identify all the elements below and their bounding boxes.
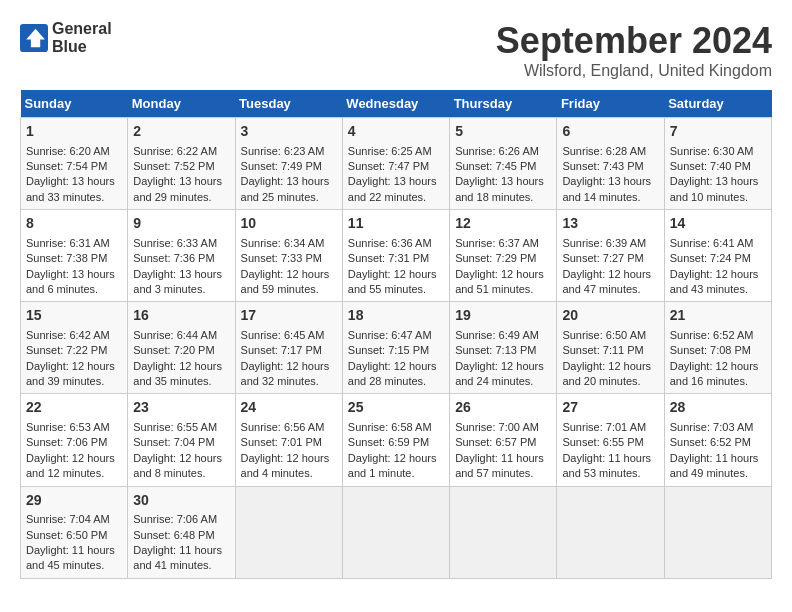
- day-number: 3: [241, 122, 337, 142]
- day-info-line: Sunset: 7:11 PM: [562, 343, 658, 358]
- day-info-line: Daylight: 12 hours: [241, 451, 337, 466]
- logo-icon: [20, 24, 48, 52]
- day-info-line: Sunset: 7:31 PM: [348, 251, 444, 266]
- day-info-line: Sunrise: 6:30 AM: [670, 144, 766, 159]
- calendar-cell: [450, 486, 557, 578]
- day-info-line: Sunset: 7:04 PM: [133, 435, 229, 450]
- calendar-cell: 24Sunrise: 6:56 AMSunset: 7:01 PMDayligh…: [235, 394, 342, 486]
- day-info-line: Daylight: 11 hours: [26, 543, 122, 558]
- day-info-line: Daylight: 12 hours: [348, 359, 444, 374]
- day-info-line: Daylight: 13 hours: [26, 174, 122, 189]
- day-number: 12: [455, 214, 551, 234]
- day-info-line: Sunrise: 6:47 AM: [348, 328, 444, 343]
- day-number: 11: [348, 214, 444, 234]
- day-info-line: Sunrise: 6:50 AM: [562, 328, 658, 343]
- calendar-cell: 23Sunrise: 6:55 AMSunset: 7:04 PMDayligh…: [128, 394, 235, 486]
- day-number: 8: [26, 214, 122, 234]
- calendar-cell: 13Sunrise: 6:39 AMSunset: 7:27 PMDayligh…: [557, 210, 664, 302]
- day-info-line: Sunset: 6:57 PM: [455, 435, 551, 450]
- day-info-line: Sunrise: 6:56 AM: [241, 420, 337, 435]
- day-info-line: Sunrise: 6:58 AM: [348, 420, 444, 435]
- header-cell-friday: Friday: [557, 90, 664, 118]
- calendar-cell: 7Sunrise: 6:30 AMSunset: 7:40 PMDaylight…: [664, 118, 771, 210]
- day-number: 22: [26, 398, 122, 418]
- calendar-cell: 10Sunrise: 6:34 AMSunset: 7:33 PMDayligh…: [235, 210, 342, 302]
- day-info-line: Daylight: 12 hours: [241, 359, 337, 374]
- day-info-line: Sunset: 7:49 PM: [241, 159, 337, 174]
- calendar-cell: 21Sunrise: 6:52 AMSunset: 7:08 PMDayligh…: [664, 302, 771, 394]
- day-info-line: and 29 minutes.: [133, 190, 229, 205]
- day-info-line: Daylight: 12 hours: [133, 359, 229, 374]
- day-info-line: Sunset: 7:15 PM: [348, 343, 444, 358]
- day-info-line: Sunrise: 6:55 AM: [133, 420, 229, 435]
- day-number: 27: [562, 398, 658, 418]
- day-info-line: Daylight: 13 hours: [241, 174, 337, 189]
- day-info-line: Daylight: 12 hours: [241, 267, 337, 282]
- day-info-line: and 12 minutes.: [26, 466, 122, 481]
- day-info-line: and 14 minutes.: [562, 190, 658, 205]
- logo-text: General Blue: [52, 20, 112, 55]
- day-info-line: Sunrise: 6:22 AM: [133, 144, 229, 159]
- day-info-line: Sunrise: 6:41 AM: [670, 236, 766, 251]
- day-number: 5: [455, 122, 551, 142]
- calendar-cell: 18Sunrise: 6:47 AMSunset: 7:15 PMDayligh…: [342, 302, 449, 394]
- day-number: 21: [670, 306, 766, 326]
- header-cell-thursday: Thursday: [450, 90, 557, 118]
- day-info-line: and 59 minutes.: [241, 282, 337, 297]
- subtitle: Wilsford, England, United Kingdom: [496, 62, 772, 80]
- day-number: 7: [670, 122, 766, 142]
- day-info-line: Daylight: 11 hours: [455, 451, 551, 466]
- day-info-line: and 39 minutes.: [26, 374, 122, 389]
- day-number: 15: [26, 306, 122, 326]
- calendar-cell: 28Sunrise: 7:03 AMSunset: 6:52 PMDayligh…: [664, 394, 771, 486]
- week-row-1: 1Sunrise: 6:20 AMSunset: 7:54 PMDaylight…: [21, 118, 772, 210]
- day-info-line: Sunset: 6:50 PM: [26, 528, 122, 543]
- day-number: 19: [455, 306, 551, 326]
- calendar-cell: 2Sunrise: 6:22 AMSunset: 7:52 PMDaylight…: [128, 118, 235, 210]
- day-number: 4: [348, 122, 444, 142]
- day-info-line: Sunset: 7:36 PM: [133, 251, 229, 266]
- calendar-cell: 17Sunrise: 6:45 AMSunset: 7:17 PMDayligh…: [235, 302, 342, 394]
- calendar-cell: 22Sunrise: 6:53 AMSunset: 7:06 PMDayligh…: [21, 394, 128, 486]
- day-number: 16: [133, 306, 229, 326]
- calendar-cell: 16Sunrise: 6:44 AMSunset: 7:20 PMDayligh…: [128, 302, 235, 394]
- day-info-line: Sunset: 7:33 PM: [241, 251, 337, 266]
- day-info-line: Sunset: 7:27 PM: [562, 251, 658, 266]
- day-info-line: Sunset: 7:24 PM: [670, 251, 766, 266]
- calendar-cell: 27Sunrise: 7:01 AMSunset: 6:55 PMDayligh…: [557, 394, 664, 486]
- day-number: 17: [241, 306, 337, 326]
- day-info-line: Daylight: 12 hours: [562, 359, 658, 374]
- day-info-line: and 45 minutes.: [26, 558, 122, 573]
- day-info-line: and 53 minutes.: [562, 466, 658, 481]
- day-info-line: Daylight: 12 hours: [562, 267, 658, 282]
- day-info-line: Sunset: 7:08 PM: [670, 343, 766, 358]
- day-info-line: Sunrise: 6:33 AM: [133, 236, 229, 251]
- day-number: 25: [348, 398, 444, 418]
- day-info-line: and 22 minutes.: [348, 190, 444, 205]
- day-info-line: and 57 minutes.: [455, 466, 551, 481]
- calendar-cell: 9Sunrise: 6:33 AMSunset: 7:36 PMDaylight…: [128, 210, 235, 302]
- day-number: 29: [26, 491, 122, 511]
- day-info-line: Daylight: 12 hours: [348, 267, 444, 282]
- day-info-line: Sunrise: 6:49 AM: [455, 328, 551, 343]
- calendar-cell: 19Sunrise: 6:49 AMSunset: 7:13 PMDayligh…: [450, 302, 557, 394]
- day-number: 14: [670, 214, 766, 234]
- day-info-line: Sunrise: 6:39 AM: [562, 236, 658, 251]
- day-number: 2: [133, 122, 229, 142]
- day-info-line: Sunset: 7:20 PM: [133, 343, 229, 358]
- day-info-line: and 28 minutes.: [348, 374, 444, 389]
- day-info-line: and 4 minutes.: [241, 466, 337, 481]
- day-info-line: and 24 minutes.: [455, 374, 551, 389]
- header-cell-wednesday: Wednesday: [342, 90, 449, 118]
- day-info-line: and 32 minutes.: [241, 374, 337, 389]
- calendar-cell: [557, 486, 664, 578]
- week-row-5: 29Sunrise: 7:04 AMSunset: 6:50 PMDayligh…: [21, 486, 772, 578]
- day-info-line: Sunset: 6:55 PM: [562, 435, 658, 450]
- day-number: 24: [241, 398, 337, 418]
- day-info-line: Sunrise: 6:28 AM: [562, 144, 658, 159]
- day-info-line: Sunrise: 6:26 AM: [455, 144, 551, 159]
- day-info-line: Sunrise: 7:06 AM: [133, 512, 229, 527]
- day-info-line: Sunrise: 7:00 AM: [455, 420, 551, 435]
- day-info-line: Daylight: 13 hours: [133, 174, 229, 189]
- day-info-line: Sunrise: 6:37 AM: [455, 236, 551, 251]
